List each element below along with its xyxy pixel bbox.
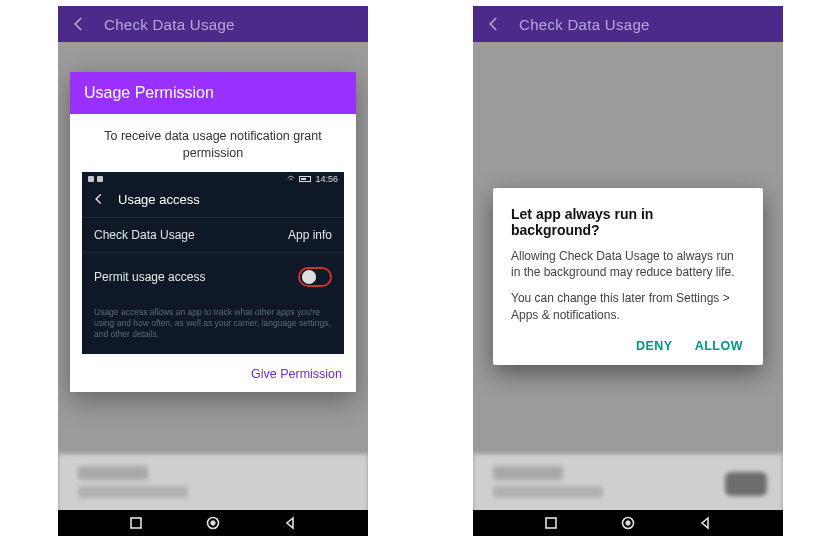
background-content-blur [473, 454, 783, 514]
system-nav-bar [58, 510, 368, 536]
background-content-blur [58, 454, 368, 514]
dialog-title: Let app always run in background? [511, 206, 745, 238]
battery-icon [299, 176, 311, 182]
dialog-actions: Give Permission [70, 356, 356, 392]
embed-app-name: Check Data Usage [94, 228, 195, 242]
embed-fineprint: Usage access allows an app to track what… [82, 301, 344, 354]
dialog-description: To receive data usage notification grant… [70, 114, 356, 172]
dialog-body-1: Allowing Check Data Usage to always run … [511, 248, 745, 280]
permit-usage-label: Permit usage access [94, 270, 205, 284]
permit-usage-toggle[interactable] [302, 271, 316, 283]
embed-app-bar-title: Usage access [118, 192, 200, 207]
phone-screenshot-left: Check Data Usage Usage Permission To rec… [58, 6, 368, 536]
nav-back-icon[interactable] [283, 516, 297, 530]
app-bar: Check Data Usage [58, 6, 368, 42]
status-time: 14:56 [315, 174, 338, 184]
nav-recent-icon[interactable] [544, 516, 558, 530]
allow-button[interactable]: ALLOW [695, 339, 743, 353]
app-bar-title: Check Data Usage [519, 16, 650, 33]
embed-row-appinfo: Check Data Usage App info [82, 217, 344, 252]
nav-home-icon[interactable] [205, 515, 221, 531]
permit-usage-toggle-highlight [298, 267, 332, 287]
system-nav-bar [473, 510, 783, 536]
svg-point-2 [211, 521, 215, 525]
svg-rect-3 [546, 518, 556, 528]
back-icon[interactable] [483, 13, 505, 35]
usage-permission-dialog: Usage Permission To receive data usage n… [70, 72, 356, 392]
svg-point-5 [626, 521, 630, 525]
back-icon[interactable] [68, 13, 90, 35]
phone-screenshot-right: Check Data Usage Let app always run in b… [473, 6, 783, 536]
settings-screenshot: 14:56 Usage access Check Data Usage App … [82, 172, 344, 354]
dialog-actions: DENY ALLOW [511, 333, 745, 357]
deny-button[interactable]: DENY [636, 339, 673, 353]
embed-app-info-label: App info [288, 228, 332, 242]
nav-recent-icon[interactable] [129, 516, 143, 530]
status-bar: 14:56 [82, 172, 344, 186]
background-run-dialog: Let app always run in background? Allowi… [493, 188, 763, 365]
app-bar-title: Check Data Usage [104, 16, 235, 33]
give-permission-button[interactable]: Give Permission [251, 367, 342, 381]
back-icon [92, 192, 106, 206]
dialog-title: Usage Permission [70, 72, 356, 114]
nav-home-icon[interactable] [620, 515, 636, 531]
nav-back-icon[interactable] [698, 516, 712, 530]
svg-rect-0 [131, 518, 141, 528]
embed-app-bar: Usage access [82, 186, 344, 217]
embed-row-permit: Permit usage access [82, 252, 344, 301]
wifi-icon [287, 175, 295, 183]
dialog-body-2: You can change this later from Settings … [511, 290, 745, 322]
app-bar: Check Data Usage [473, 6, 783, 42]
